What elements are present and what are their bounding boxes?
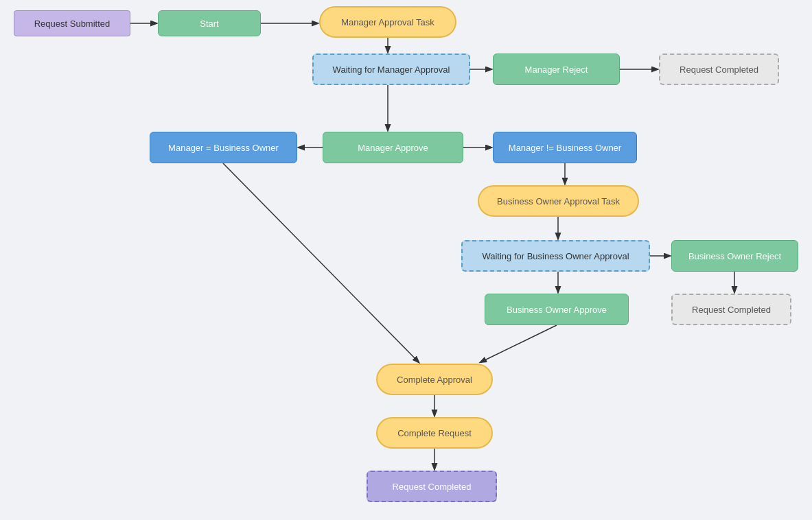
svg-line-13 — [480, 325, 557, 362]
start-node: Start — [158, 10, 261, 36]
workflow-diagram: Request Submitted Start Manager Approval… — [0, 0, 812, 520]
manager-eq-owner-node: Manager = Business Owner — [150, 132, 297, 163]
manager-reject-node: Manager Reject — [493, 54, 620, 85]
waiting-bo-node: Waiting for Business Owner Approval — [461, 240, 650, 272]
request-completed-1-node: Request Completed — [659, 54, 779, 85]
waiting-manager-node: Waiting for Manager Approval — [312, 54, 470, 85]
request-submitted-node: Request Submitted — [14, 10, 130, 36]
svg-line-14 — [223, 163, 419, 362]
complete-approval-node: Complete Approval — [376, 364, 493, 395]
complete-request-node: Complete Request — [376, 417, 493, 449]
request-completed-2-node: Request Completed — [671, 294, 791, 325]
manager-approval-task-node: Manager Approval Task — [319, 6, 456, 38]
bo-approve-node: Business Owner Approve — [485, 294, 629, 325]
bo-reject-node: Business Owner Reject — [671, 240, 798, 272]
bo-approval-task-node: Business Owner Approval Task — [478, 185, 639, 217]
request-completed-final-node: Request Completed — [367, 471, 497, 502]
manager-neq-owner-node: Manager != Business Owner — [493, 132, 637, 163]
manager-approve-node: Manager Approve — [323, 132, 463, 163]
